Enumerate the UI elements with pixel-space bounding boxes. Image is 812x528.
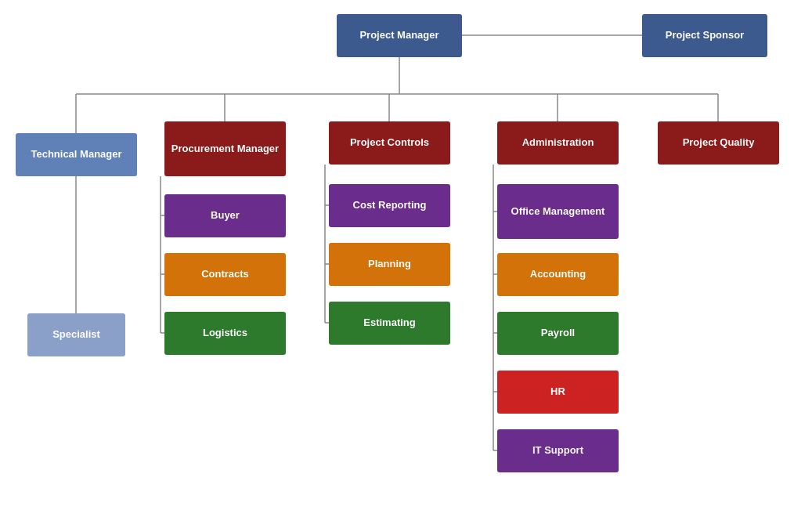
estimating-node: Estimating	[329, 302, 450, 345]
specialist-node: Specialist	[27, 313, 125, 356]
project-quality-node: Project Quality	[658, 121, 779, 165]
org-chart: Project Manager Project Sponsor Technica…	[0, 0, 812, 528]
project-manager-node: Project Manager	[337, 14, 462, 57]
administration-node: Administration	[497, 121, 619, 165]
cost-reporting-node: Cost Reporting	[329, 184, 450, 227]
project-sponsor-node: Project Sponsor	[642, 14, 767, 57]
planning-node: Planning	[329, 243, 450, 286]
technical-manager-node: Technical Manager	[16, 133, 137, 176]
logistics-node: Logistics	[164, 312, 286, 355]
procurement-manager-node: Procurement Manager	[164, 121, 286, 176]
project-controls-node: Project Controls	[329, 121, 450, 165]
hr-node: HR	[497, 371, 619, 414]
office-management-node: Office Management	[497, 184, 619, 239]
payroll-node: Payroll	[497, 312, 619, 355]
contracts-node: Contracts	[164, 253, 286, 296]
it-support-node: IT Support	[497, 429, 619, 472]
buyer-node: Buyer	[164, 194, 286, 237]
accounting-node: Accounting	[497, 253, 619, 296]
